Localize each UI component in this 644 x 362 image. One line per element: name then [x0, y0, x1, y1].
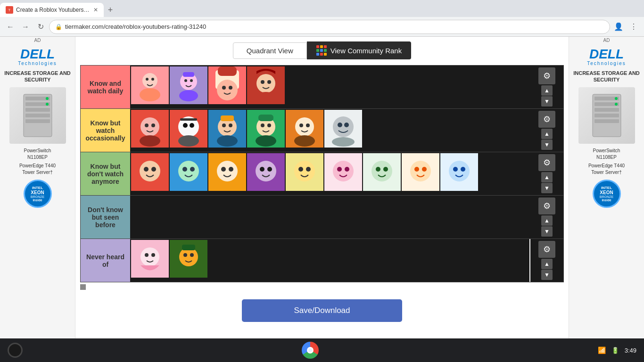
move-up-occasionally-button[interactable]: ▲ — [541, 129, 553, 139]
dell-server-model-left: PowerSwitchN1108EP — [4, 148, 71, 161]
tier-items-occasionally[interactable] — [130, 109, 530, 152]
clock: 3:49 — [625, 347, 636, 354]
svg-rect-113 — [594, 119, 619, 123]
avatar-5[interactable] — [131, 110, 169, 148]
tier-items-dont-watch[interactable] — [130, 152, 530, 195]
svg-point-62 — [332, 137, 355, 147]
browser-tab[interactable]: T Create a Roblox Youtubers Ratin... ✕ — [0, 3, 104, 17]
svg-point-115 — [615, 103, 618, 106]
svg-point-54 — [295, 117, 314, 136]
avatar-17[interactable] — [363, 153, 401, 191]
settings-never-button[interactable]: ⚙ — [538, 241, 555, 258]
avatar-3[interactable] — [208, 66, 246, 104]
community-rank-button[interactable]: View Community Rank — [307, 41, 411, 59]
move-up-seen-button[interactable]: ▲ — [541, 215, 553, 226]
svg-rect-43 — [221, 115, 234, 121]
move-up-dont-watch-button[interactable]: ▲ — [541, 172, 553, 182]
back-button[interactable]: ← — [4, 20, 17, 33]
tier-list: Know and watch daily — [80, 65, 564, 282]
svg-point-70 — [190, 167, 195, 172]
settings-seen-button[interactable]: ⚙ — [538, 197, 555, 214]
avatar-8[interactable] — [247, 110, 285, 148]
avatar-11[interactable] — [131, 153, 169, 191]
avatar-9[interactable] — [286, 110, 323, 148]
svg-point-78 — [267, 167, 272, 172]
svg-point-31 — [140, 117, 159, 136]
profile-button[interactable]: 👤 — [612, 20, 625, 33]
avatar-4[interactable] — [247, 66, 285, 104]
settings-occasionally-button[interactable]: ⚙ — [538, 111, 555, 128]
avatar-16[interactable] — [324, 153, 362, 191]
move-up-never-button[interactable]: ▲ — [541, 259, 553, 269]
arrow-group-never: ▲ ▼ — [541, 259, 553, 280]
tier-label-seen: Don't know but seen before — [81, 196, 130, 239]
avatar-2[interactable] — [170, 66, 207, 104]
svg-point-93 — [414, 167, 419, 172]
svg-point-114 — [615, 97, 618, 100]
main-content: Quadrant View View Community Rank — [75, 37, 569, 338]
avatar-10[interactable] — [324, 110, 362, 148]
svg-point-77 — [260, 167, 264, 172]
taskbar-circle — [8, 343, 23, 358]
avatar-14[interactable] — [247, 153, 285, 191]
svg-point-21 — [217, 80, 238, 100]
svg-rect-112 — [594, 114, 619, 117]
settings-dont-watch-button[interactable]: ⚙ — [538, 154, 555, 171]
svg-point-97 — [453, 167, 458, 172]
avatar-21[interactable] — [170, 240, 207, 278]
svg-point-45 — [229, 123, 232, 127]
tab-close-button[interactable]: ✕ — [93, 7, 98, 13]
svg-point-89 — [376, 167, 380, 172]
scroll-indicator — [80, 284, 86, 290]
svg-point-96 — [449, 161, 470, 181]
avatar-6[interactable] — [170, 110, 207, 148]
forward-button[interactable]: → — [19, 20, 32, 33]
svg-point-86 — [345, 167, 349, 172]
dell-sub-right: Technologies — [573, 61, 640, 66]
settings-daily-button[interactable]: ⚙ — [538, 67, 555, 84]
quadrant-view-button[interactable]: Quadrant View — [233, 42, 307, 59]
svg-point-61 — [344, 123, 349, 127]
avatar-20[interactable] — [131, 240, 169, 278]
move-down-dont-watch-button[interactable]: ▼ — [541, 183, 553, 193]
url-text: tiermaker.com/create/roblox-youtubers-ra… — [65, 23, 206, 30]
svg-point-27 — [261, 80, 264, 84]
tier-controls-occasionally: ⚙ ▲ ▼ — [530, 109, 563, 152]
avatar-7[interactable] — [208, 110, 246, 148]
move-down-seen-button[interactable]: ▼ — [541, 226, 553, 237]
svg-point-26 — [256, 74, 275, 93]
avatar-15[interactable] — [286, 153, 323, 191]
move-down-occasionally-button[interactable]: ▼ — [541, 140, 553, 150]
tier-items-daily[interactable] — [130, 66, 530, 108]
svg-point-92 — [410, 161, 431, 181]
tier-label-never: Never heard of — [81, 239, 130, 282]
dell-server-model2-right: PowerEdge T440Tower Server† — [573, 163, 640, 176]
svg-point-81 — [298, 167, 303, 172]
arrow-group-seen: ▲ ▼ — [541, 215, 553, 237]
svg-point-17 — [190, 79, 193, 82]
address-bar[interactable]: 🔒 tiermaker.com/create/roblox-youtubers-… — [49, 20, 610, 34]
move-down-daily-button[interactable]: ▼ — [541, 96, 553, 107]
avatar-19[interactable] — [440, 153, 478, 191]
move-down-never-button[interactable]: ▼ — [541, 270, 553, 280]
avatar-12[interactable] — [170, 153, 207, 191]
new-tab-button[interactable]: + — [104, 3, 117, 16]
tier-items-seen[interactable] — [130, 196, 530, 239]
menu-button[interactable]: ⋮ — [627, 20, 640, 33]
save-download-button[interactable]: Save/Download — [242, 299, 402, 322]
avatar-18[interactable] — [402, 153, 439, 191]
svg-point-102 — [151, 253, 155, 257]
refresh-button[interactable]: ↻ — [34, 20, 47, 33]
avatar-1[interactable] — [131, 66, 169, 104]
arrow-group-daily: ▲ ▼ — [541, 85, 553, 107]
taskbar-right: 📶 🔋 3:49 — [598, 346, 636, 354]
svg-point-90 — [383, 167, 388, 172]
tier-items-never[interactable] — [130, 239, 529, 282]
svg-point-64 — [140, 161, 160, 181]
svg-point-73 — [221, 167, 226, 172]
svg-point-60 — [338, 123, 342, 127]
avatar-13[interactable] — [208, 153, 246, 191]
svg-point-94 — [422, 167, 427, 172]
move-up-daily-button[interactable]: ▲ — [541, 85, 553, 96]
tier-label-occasionally: Know but watch occasionally — [81, 109, 130, 152]
